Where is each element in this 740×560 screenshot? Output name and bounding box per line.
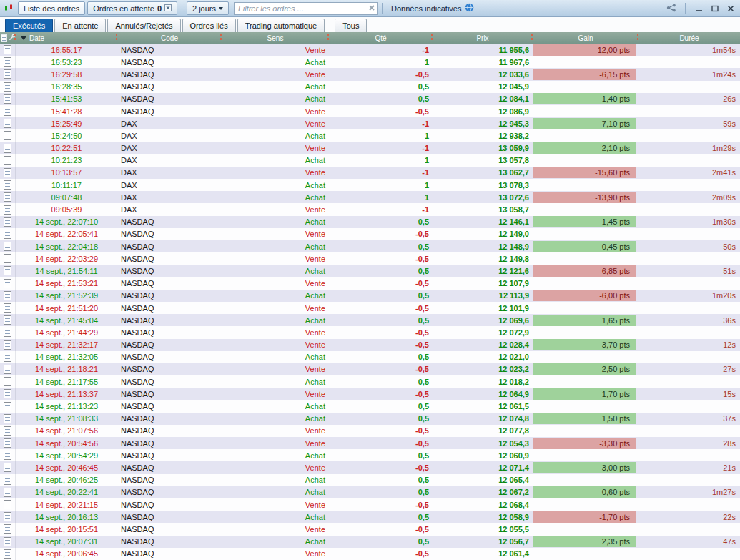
tab-ordres-lies[interactable]: Ordres liés	[182, 19, 236, 32]
order-row[interactable]: 14 sept., 21:51:20NASDAQVente-0,512 101,…	[0, 302, 740, 314]
order-row[interactable]: 10:11:17DAXAchat113 078,3	[0, 179, 740, 191]
order-row[interactable]: 14 sept., 22:03:29NASDAQVente-0,512 149,…	[0, 252, 740, 265]
order-row[interactable]: 14 sept., 22:04:18NASDAQAchat0,512 148,9…	[0, 240, 740, 252]
close-button[interactable]	[726, 4, 735, 13]
filter-input[interactable]	[234, 2, 378, 15]
order-row[interactable]: 10:21:23DAXAchat113 057,8	[0, 154, 740, 167]
order-document-icon[interactable]	[4, 180, 11, 190]
column-header-date[interactable]: Date	[16, 32, 117, 44]
order-document-icon[interactable]	[4, 389, 11, 398]
order-row[interactable]: 14 sept., 20:16:13NASDAQAchat0,512 058,9…	[0, 511, 740, 523]
order-row[interactable]: 14 sept., 20:22:41NASDAQAchat0,512 067,2…	[0, 486, 740, 498]
order-document-icon[interactable]	[4, 242, 11, 251]
order-document-icon[interactable]	[4, 549, 11, 559]
ordres-en-attente-button[interactable]: Ordres en attente 0	[87, 1, 177, 15]
order-row[interactable]: 15:41:28NASDAQVente-0,512 086,9	[0, 105, 740, 117]
order-document-icon[interactable]	[4, 119, 11, 128]
order-document-icon[interactable]	[4, 107, 11, 116]
wrench-icon[interactable]	[9, 34, 16, 42]
order-document-icon[interactable]	[4, 144, 11, 153]
order-document-icon[interactable]	[4, 476, 11, 485]
order-document-icon[interactable]	[4, 82, 11, 92]
order-document-icon[interactable]	[4, 377, 11, 386]
order-row[interactable]: 14 sept., 20:21:15NASDAQVente-0,512 068,…	[0, 498, 740, 511]
order-document-icon[interactable]	[4, 512, 11, 521]
order-row[interactable]: 14 sept., 20:07:31NASDAQAchat0,512 056,7…	[0, 536, 740, 548]
order-row[interactable]: 14 sept., 21:32:17NASDAQVente-0,512 028,…	[0, 339, 740, 351]
order-document-icon[interactable]	[4, 291, 11, 300]
order-row[interactable]: 09:07:48DAXAchat113 072,6-13,90 pts2m09s	[0, 191, 740, 203]
order-row[interactable]: 14 sept., 20:54:29NASDAQAchat0,512 060,9	[0, 449, 740, 461]
order-document-icon[interactable]	[4, 438, 11, 448]
order-document-icon[interactable]	[4, 94, 11, 104]
order-document-icon[interactable]	[4, 426, 11, 436]
order-document-icon[interactable]	[4, 500, 11, 509]
tab-executes[interactable]: Exécutés	[5, 19, 53, 32]
order-row[interactable]: 14 sept., 20:06:45NASDAQVente-0,512 061,…	[0, 548, 740, 560]
order-document-icon[interactable]	[4, 402, 11, 411]
order-row[interactable]: 16:29:58NASDAQVente-0,512 033,6-6,15 pts…	[0, 68, 740, 80]
order-document-icon[interactable]	[4, 463, 11, 472]
column-header-prix[interactable]: Prix	[433, 32, 533, 44]
order-row[interactable]: 14 sept., 21:13:37NASDAQVente-0,512 064,…	[0, 388, 740, 400]
column-header-qte[interactable]: Qté	[329, 32, 433, 44]
order-row[interactable]: 10:13:57DAXVente-113 062,7-15,60 pts2m41…	[0, 167, 740, 179]
order-row[interactable]: 14 sept., 21:44:29NASDAQVente-0,512 072,…	[0, 326, 740, 338]
order-row[interactable]: 14 sept., 22:05:41NASDAQVente-0,512 149,…	[0, 228, 740, 240]
share-icon[interactable]	[666, 2, 676, 15]
order-document-icon[interactable]	[4, 131, 11, 140]
tab-annules-rejetes[interactable]: Annulés/Rejetés	[107, 19, 180, 32]
order-document-icon[interactable]	[4, 69, 11, 79]
order-document-icon[interactable]	[4, 328, 11, 337]
order-row[interactable]: 14 sept., 21:45:04NASDAQAchat0,512 069,6…	[0, 314, 740, 326]
clear-filter-icon[interactable]	[368, 4, 375, 11]
order-row[interactable]: 14 sept., 22:07:10NASDAQAchat0,512 146,1…	[0, 216, 740, 228]
order-row[interactable]: 16:28:35NASDAQAchat0,512 045,9	[0, 81, 740, 93]
minimize-button[interactable]	[694, 4, 704, 13]
order-document-icon[interactable]	[4, 340, 11, 350]
order-document-icon[interactable]	[4, 353, 11, 362]
order-row[interactable]: 16:53:23NASDAQAchat111 967,6	[0, 56, 740, 68]
order-row[interactable]: 14 sept., 20:54:56NASDAQVente-0,512 054,…	[0, 437, 740, 449]
liste-des-ordres-button[interactable]: Liste des ordres	[18, 1, 85, 15]
order-document-icon[interactable]	[4, 57, 11, 67]
order-document-icon[interactable]	[4, 45, 11, 54]
order-row[interactable]: 14 sept., 21:52:39NASDAQAchat0,512 113,9…	[0, 290, 740, 302]
order-document-icon[interactable]	[4, 537, 11, 546]
order-document-icon[interactable]	[4, 168, 11, 177]
order-document-icon[interactable]	[4, 230, 11, 239]
tab-tous[interactable]: Tous	[335, 19, 367, 32]
order-row[interactable]: 09:05:39DAXVente-113 058,7	[0, 203, 740, 215]
order-document-icon[interactable]	[4, 524, 11, 534]
column-header-sens[interactable]: Sens	[222, 32, 329, 44]
order-document-icon[interactable]	[4, 451, 11, 460]
column-header-duree[interactable]: Durée	[638, 32, 740, 44]
order-row[interactable]: 14 sept., 21:18:21NASDAQVente-0,512 023,…	[0, 363, 740, 375]
order-row[interactable]: 10:22:51DAXVente-113 059,92,10 pts1m29s	[0, 142, 740, 154]
order-row[interactable]: 14 sept., 21:17:55NASDAQAchat0,512 018,2	[0, 375, 740, 388]
order-row[interactable]: 14 sept., 21:53:21NASDAQVente-0,512 107,…	[0, 277, 740, 290]
order-row[interactable]: 14 sept., 20:46:45NASDAQVente-0,512 071,…	[0, 461, 740, 473]
order-document-icon[interactable]	[4, 205, 11, 215]
tab-trading-automatique[interactable]: Trading automatique	[237, 19, 325, 32]
order-row[interactable]: 15:24:50DAXAchat112 938,2	[0, 129, 740, 142]
order-row[interactable]: 14 sept., 21:54:11NASDAQAchat0,512 121,6…	[0, 265, 740, 277]
order-document-icon[interactable]	[4, 217, 11, 227]
order-document-icon[interactable]	[4, 266, 11, 275]
order-document-icon[interactable]	[4, 488, 11, 497]
maximize-button[interactable]	[710, 4, 719, 13]
period-dropdown[interactable]: 2 jours	[187, 1, 229, 15]
order-row[interactable]: 14 sept., 21:32:05NASDAQAchat0,512 021,0	[0, 351, 740, 363]
order-row[interactable]: 15:41:53NASDAQAchat0,512 084,11,40 pts26…	[0, 93, 740, 105]
popout-icon[interactable]	[164, 4, 172, 13]
order-row[interactable]: 15:25:49DAXVente-112 945,37,10 pts59s	[0, 117, 740, 129]
document-icon[interactable]	[1, 34, 7, 42]
tab-en-attente[interactable]: En attente	[54, 19, 106, 32]
column-header-code[interactable]: Code	[117, 32, 222, 44]
order-document-icon[interactable]	[4, 192, 11, 202]
order-document-icon[interactable]	[4, 156, 11, 165]
order-row[interactable]: 14 sept., 20:15:51NASDAQVente-0,512 055,…	[0, 523, 740, 535]
order-document-icon[interactable]	[4, 279, 11, 288]
order-document-icon[interactable]	[4, 254, 11, 263]
column-header-gain[interactable]: Gain	[533, 32, 638, 44]
